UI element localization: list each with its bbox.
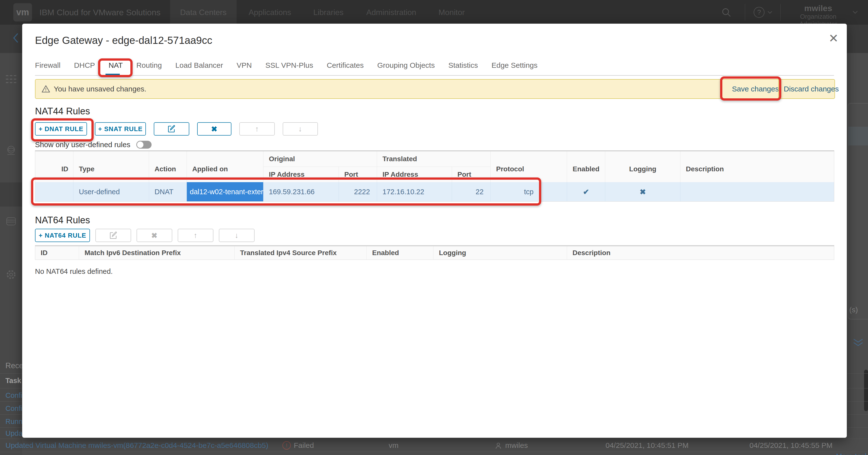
arrow-up-icon: ↑: [255, 125, 259, 133]
dialog-title: Edge Gateway - edge-dal12-571aa9cc: [35, 34, 212, 46]
error-circle-icon: !: [282, 441, 291, 450]
cell-applied-on[interactable]: dal12-w02-tenant-extern: [187, 182, 264, 202]
x-icon: ✖: [640, 188, 646, 196]
toggle-knob: [137, 142, 144, 148]
grid-icon[interactable]: [5, 74, 17, 85]
nav-item-administration[interactable]: Administration: [361, 0, 422, 25]
more-tasks-link[interactable]: More tasks: [836, 452, 868, 455]
task-link[interactable]: Upda: [5, 429, 23, 437]
nat64-rules-table: ID Match Ipv6 Destination Prefix Transla…: [35, 245, 834, 260]
sidebar-selected-band: [0, 182, 22, 207]
col64-enabled[interactable]: Enabled: [367, 246, 434, 260]
delete-nat64-rule-button[interactable]: ✖: [136, 229, 172, 242]
globe-icon[interactable]: [5, 145, 17, 156]
tab-load-balancer[interactable]: Load Balancer: [176, 61, 223, 69]
scrollbar-thumb[interactable]: [864, 370, 868, 411]
vmware-logo[interactable]: vm: [13, 3, 32, 22]
col-original-port[interactable]: Port: [339, 167, 377, 182]
cell-original-ip: 169.59.231.66: [264, 182, 339, 202]
tab-certificates[interactable]: Certificates: [327, 61, 364, 69]
task-column-header: Task: [5, 376, 21, 385]
search-icon[interactable]: [721, 7, 732, 18]
tab-grouping-objects[interactable]: Grouping Objects: [377, 61, 435, 69]
user-defined-rules-toggle[interactable]: [136, 141, 152, 149]
gear-icon[interactable]: [5, 269, 17, 280]
col-description[interactable]: Description: [680, 151, 834, 182]
user-menu[interactable]: mwiles Organization Administrator: [784, 0, 853, 25]
person-icon: [494, 442, 502, 450]
nav-item-data-centers[interactable]: Data Centers: [170, 0, 237, 25]
close-icon[interactable]: ✕: [829, 33, 838, 44]
collapse-chevrons-icon[interactable]: [851, 337, 866, 348]
col-translated-ip[interactable]: IP Address: [377, 167, 452, 182]
topbar-divider: [780, 4, 781, 21]
tab-vpn[interactable]: VPN: [237, 61, 252, 69]
tab-routing[interactable]: Routing: [136, 61, 162, 69]
col-action[interactable]: Action: [149, 151, 187, 182]
toggle-label: Show only user-defined rules: [35, 141, 130, 149]
move-rule-down-button[interactable]: ↓: [283, 122, 318, 135]
col-protocol[interactable]: Protocol: [491, 151, 567, 182]
database-icon[interactable]: [5, 216, 17, 227]
nav-item-libraries[interactable]: Libraries: [307, 0, 350, 25]
discard-changes-button[interactable]: Discard changes: [784, 80, 839, 98]
screen: vm IBM Cloud for VMware Solutions Data C…: [0, 0, 868, 455]
col-id[interactable]: ID: [35, 151, 73, 182]
task-type: vm: [389, 439, 399, 452]
check-icon: ✔: [583, 188, 589, 196]
col-enabled[interactable]: Enabled: [567, 151, 605, 182]
cell-enabled: ✔: [567, 182, 605, 202]
col64-translated[interactable]: Translated Ipv4 Source Prefix: [235, 246, 367, 260]
move-nat64-up-button[interactable]: ↑: [178, 229, 213, 242]
tab-edge-settings[interactable]: Edge Settings: [491, 61, 537, 69]
help-icon[interactable]: ?: [754, 7, 765, 18]
col-original: Original: [264, 151, 377, 167]
col-translated-port[interactable]: Port: [452, 167, 491, 182]
warning-icon: [41, 85, 50, 93]
tab-ssl-vpn-plus[interactable]: SSL VPN-Plus: [266, 61, 313, 69]
move-rule-up-button[interactable]: ↑: [239, 122, 275, 135]
task-link[interactable]: Updated Virtual Machine mwiles-vm(86772a…: [5, 439, 268, 452]
nat44-rules-table: ID Type Action Applied on Original Trans…: [35, 150, 834, 202]
delete-rule-button[interactable]: ✖: [197, 122, 231, 135]
col64-match[interactable]: Match Ipv6 Destination Prefix: [79, 246, 235, 260]
divider: [0, 452, 868, 452]
nav-item-monitor[interactable]: Monitor: [433, 0, 471, 25]
edit-rule-button[interactable]: [154, 122, 189, 135]
move-nat64-down-button[interactable]: ↓: [219, 229, 255, 242]
col64-description[interactable]: Description: [567, 246, 834, 260]
user-name: mwiles: [784, 3, 853, 13]
edge-gateway-dialog: Edge Gateway - edge-dal12-571aa9cc ✕ Fir…: [22, 24, 847, 438]
nat44-toolbar: + DNAT RULE + SNAT RULE ✖ ↑ ↓: [35, 122, 318, 135]
x-icon: ✖: [151, 231, 157, 240]
col-applied-on[interactable]: Applied on: [187, 151, 264, 182]
nav-item-applications[interactable]: Applications: [246, 0, 293, 25]
arrow-up-icon: ↑: [194, 231, 198, 240]
add-nat64-rule-button[interactable]: + NAT64 RULE: [35, 229, 90, 242]
dialog-tabs: Firewall DHCP NAT Routing Load Balancer …: [35, 61, 537, 69]
tab-statistics[interactable]: Statistics: [448, 61, 478, 69]
tab-dhcp[interactable]: DHCP: [74, 61, 95, 69]
banner-message: You have unsaved changes.: [54, 85, 146, 93]
cell-protocol: tcp: [491, 182, 567, 202]
tab-nat[interactable]: NAT: [108, 61, 123, 69]
add-dnat-rule-button[interactable]: + DNAT RULE: [35, 122, 87, 135]
cell-translated-ip: 172.16.10.22: [377, 182, 452, 202]
save-changes-button[interactable]: Save changes: [732, 80, 779, 98]
back-chevron-icon[interactable]: [11, 32, 20, 44]
col64-id[interactable]: ID: [35, 246, 79, 260]
filter-row: Show only user-defined rules: [35, 141, 152, 149]
col-original-ip[interactable]: IP Address: [264, 167, 339, 182]
nat64-heading: NAT64 Rules: [35, 215, 90, 225]
col-logging[interactable]: Logging: [605, 151, 680, 182]
nat44-rule-row[interactable]: User-defined DNAT dal12-w02-tenant-exter…: [35, 182, 834, 202]
task-link[interactable]: Runni: [5, 418, 24, 426]
arrow-down-icon: ↓: [235, 231, 239, 240]
col-type[interactable]: Type: [73, 151, 149, 182]
tab-firewall[interactable]: Firewall: [35, 61, 60, 69]
add-snat-rule-button[interactable]: + SNAT RULE: [95, 122, 146, 135]
edit-nat64-rule-button[interactable]: [95, 229, 131, 242]
topbar-divider: [745, 4, 745, 21]
col64-logging[interactable]: Logging: [434, 246, 567, 260]
tabs-divider: [35, 75, 834, 76]
